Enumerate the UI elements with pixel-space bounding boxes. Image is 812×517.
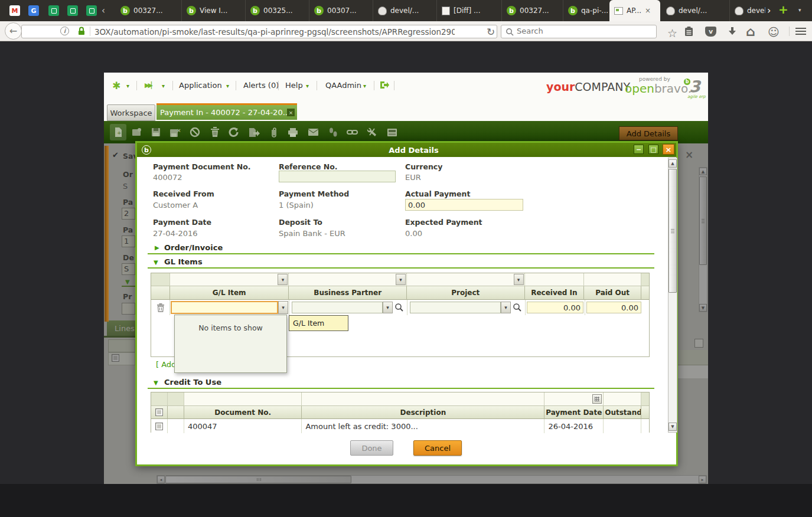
gl-item-combo-input[interactable] xyxy=(171,301,278,314)
menu-alerts[interactable]: Alerts (0) xyxy=(243,81,279,90)
add-details-button[interactable]: Add Details xyxy=(619,126,678,140)
grid-form-toggle-icon[interactable] xyxy=(385,126,399,139)
scroll-up-icon[interactable]: ▲ xyxy=(668,159,677,168)
refresh-icon[interactable] xyxy=(227,126,241,139)
save-close-icon[interactable]: × xyxy=(168,126,182,139)
project-input[interactable] xyxy=(410,302,501,313)
browser-tab[interactable]: devel/... xyxy=(661,0,730,21)
lock-icon[interactable] xyxy=(77,26,86,36)
save-icon[interactable] xyxy=(149,126,163,139)
menu-application[interactable]: Application xyxy=(179,81,222,90)
project-search-icon[interactable] xyxy=(512,302,523,313)
browser-tab[interactable]: devel xyxy=(730,0,765,21)
done-button[interactable]: Done xyxy=(350,440,393,456)
attachment-icon[interactable] xyxy=(267,126,281,139)
browser-tab[interactable]: devel/... xyxy=(373,0,437,21)
tab-payment-in[interactable]: Payment In - 400072 - 27-04-20... × xyxy=(156,103,297,120)
modal-close-button[interactable]: × xyxy=(663,144,674,155)
business-partner-input[interactable] xyxy=(292,302,383,313)
section-credit-to-use[interactable]: Credit To Use xyxy=(164,378,221,387)
received-in-filter[interactable] xyxy=(525,273,585,286)
gl-items-collapse-icon[interactable]: ▼ xyxy=(154,259,158,266)
gl-header[interactable]: Paid Out xyxy=(584,286,641,300)
page-info-icon[interactable]: i xyxy=(60,27,69,35)
credit-collapse-icon[interactable]: ▼ xyxy=(154,379,158,386)
date-picker-icon[interactable] xyxy=(592,394,602,404)
browser-tab-active[interactable]: AP... × xyxy=(609,0,660,21)
copy-record-icon[interactable] xyxy=(130,126,144,139)
tab-close-icon[interactable]: × xyxy=(287,109,295,116)
menu-user[interactable]: QAAdmin xyxy=(325,81,361,90)
scroll-down-icon[interactable]: ▼ xyxy=(668,423,677,431)
menu-hamburger-icon[interactable] xyxy=(795,28,806,29)
quick-create-icon[interactable]: ▶▶▏ xyxy=(145,81,156,89)
tab-scroll-left-icon[interactable]: ‹ xyxy=(102,5,105,16)
paid-out-filter[interactable] xyxy=(584,273,641,286)
paid-out-input[interactable]: 0.00 xyxy=(586,302,641,313)
received-in-input[interactable]: 0.00 xyxy=(527,302,583,313)
project-caret-icon[interactable]: ▾ xyxy=(501,302,511,313)
section-gl-items[interactable]: GL Items xyxy=(164,257,203,266)
gl-header[interactable]: G/L Item xyxy=(170,286,289,300)
gl-item-combo-caret-icon[interactable]: ▾ xyxy=(278,301,288,314)
gl-item-dropdown[interactable]: No items to show xyxy=(174,315,287,373)
description-filter[interactable] xyxy=(302,392,544,406)
modal-maximize-button[interactable]: □ xyxy=(648,145,658,154)
audit-icon[interactable] xyxy=(326,126,340,139)
email-icon[interactable] xyxy=(306,126,320,139)
credit-data-row[interactable]: 400047 Amount left as credit: 3000... 26… xyxy=(151,419,649,433)
credit-header[interactable]: Outstand xyxy=(604,406,641,419)
outstanding-filter[interactable] xyxy=(604,392,641,406)
business-partner-filter[interactable]: ▾ xyxy=(289,273,407,286)
translate-icon[interactable]: G xyxy=(28,5,39,16)
sheets-icon[interactable] xyxy=(67,5,78,16)
delete-icon[interactable] xyxy=(208,126,222,139)
project-filter[interactable]: ▾ xyxy=(407,273,525,286)
quick-launch-caret-icon[interactable]: ▾ xyxy=(126,83,129,89)
gl-header[interactable]: Business Partner xyxy=(289,286,407,300)
actual-payment-input[interactable]: 0.00 xyxy=(405,199,523,211)
new-document-icon[interactable]: + xyxy=(111,126,125,139)
sheets-icon[interactable] xyxy=(86,5,97,16)
bookmark-star-icon[interactable]: ☆ xyxy=(667,27,677,40)
credit-header[interactable]: Document No. xyxy=(184,406,302,419)
document-no-filter[interactable] xyxy=(184,392,302,406)
browser-tab[interactable]: b 00325... xyxy=(246,0,309,21)
payment-date-filter[interactable] xyxy=(544,392,604,406)
gmail-icon[interactable]: M xyxy=(9,5,20,16)
business-partner-caret-icon[interactable]: ▾ xyxy=(383,302,393,313)
browser-tab[interactable]: b View I... xyxy=(182,0,246,21)
tools-icon[interactable] xyxy=(365,126,379,139)
browser-tab[interactable]: b 00327... xyxy=(116,0,182,21)
cancel-button[interactable]: Cancel xyxy=(413,440,462,456)
search-input[interactable] xyxy=(517,27,647,35)
filter-caret-icon[interactable]: ▾ xyxy=(278,274,288,285)
quick-create-caret-icon[interactable]: ▾ xyxy=(162,83,165,89)
home-icon[interactable]: ⌂ xyxy=(746,24,755,39)
tab-close-icon[interactable]: × xyxy=(645,6,651,15)
trash-icon[interactable] xyxy=(156,303,165,312)
browser-tab[interactable]: [Diff] ... xyxy=(437,0,502,21)
select-all-checkbox[interactable] xyxy=(155,408,163,416)
export-icon[interactable] xyxy=(247,126,261,139)
browser-tab[interactable]: b 00307... xyxy=(309,0,373,21)
menu-help[interactable]: Help xyxy=(285,81,303,90)
feedback-smiley-icon[interactable]: ☺ xyxy=(768,25,780,38)
clipboard-icon[interactable] xyxy=(684,26,694,37)
credit-header[interactable]: Payment Date xyxy=(544,406,604,419)
url-text[interactable]: 3OX/automation/pi-smoke/last-results/qa-… xyxy=(94,27,455,37)
search-box[interactable] xyxy=(501,25,657,38)
modal-vertical-scrollbar[interactable]: ▲ ▼ xyxy=(668,158,677,433)
quick-launch-icon[interactable]: ✱ xyxy=(112,80,120,91)
pocket-icon[interactable]: v xyxy=(705,27,716,37)
row-checkbox[interactable] xyxy=(155,423,163,430)
modal-minimize-button[interactable]: − xyxy=(634,145,644,154)
link-icon[interactable] xyxy=(345,126,359,139)
tab-list-icon[interactable]: ▾ xyxy=(798,7,801,13)
reference-input[interactable] xyxy=(279,171,396,182)
print-icon[interactable] xyxy=(286,126,300,139)
gl-header[interactable]: Received In xyxy=(525,286,585,300)
filter-caret-icon[interactable]: ▾ xyxy=(396,274,406,285)
gl-header[interactable]: Project xyxy=(407,286,525,300)
section-order-invoice[interactable]: Order/Invoice xyxy=(164,243,223,252)
